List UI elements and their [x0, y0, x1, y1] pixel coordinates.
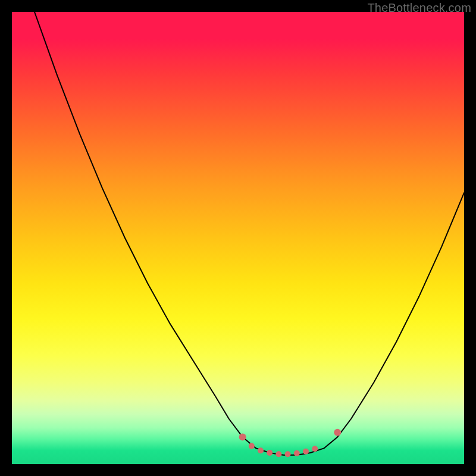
chart-stage: TheBottleneck.com — [0, 0, 476, 476]
curve-marker — [312, 446, 318, 452]
curve-layer — [12, 12, 464, 464]
curve-marker — [239, 433, 246, 440]
curve-marker — [285, 451, 291, 457]
curve-marker — [267, 450, 273, 456]
curve-marker — [275, 451, 281, 457]
curve-marker — [334, 429, 341, 436]
curve-marker — [249, 443, 255, 449]
plot-area — [12, 12, 464, 464]
curve-marker — [258, 447, 264, 453]
bottleneck-curve — [12, 12, 464, 455]
curve-markers — [239, 429, 342, 458]
curve-marker — [303, 449, 309, 455]
curve-marker — [294, 450, 300, 456]
